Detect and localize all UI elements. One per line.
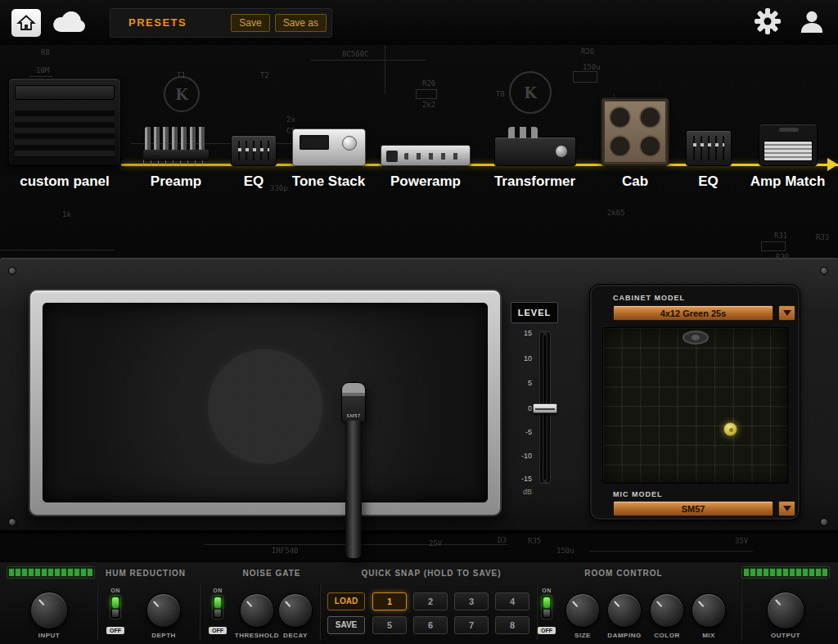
chain-item-custom-panel[interactable]: custom panel <box>3 45 126 258</box>
quick-snap-slot-4[interactable]: 4 <box>495 592 529 610</box>
toggle-led <box>112 597 119 608</box>
toggle-led <box>543 597 550 608</box>
toggle-on-label: ON <box>101 588 129 593</box>
transformer-icon <box>494 137 576 166</box>
hum-reduction-section-label: HUM REDUCTION <box>106 569 186 578</box>
fader-tick-label: -10 <box>507 452 532 460</box>
chain-item-label: Amp Match <box>750 173 826 190</box>
sm57-microphone[interactable]: SM57 <box>339 382 368 561</box>
divider <box>319 584 321 641</box>
output-level-meter <box>741 566 830 579</box>
chain-item-transformer[interactable]: Transformer <box>479 45 592 258</box>
custom-panel-icon <box>8 78 121 166</box>
account-button[interactable] <box>795 7 828 39</box>
fader-tick-label: 5 <box>507 379 532 387</box>
quick-snap-slot-7[interactable]: 7 <box>454 616 489 634</box>
fader-unit-label: dB <box>507 488 532 496</box>
size-knob-label: SIZE <box>574 632 591 639</box>
hum-reduction-toggle[interactable]: ON OFF <box>101 588 129 636</box>
chain-item-amp-match[interactable]: Amp Match <box>741 45 835 258</box>
mic-body <box>345 421 362 558</box>
screw-icon <box>8 267 16 275</box>
mix-knob[interactable] <box>692 593 726 628</box>
threshold-knob[interactable] <box>240 593 274 628</box>
preset-save-as-button[interactable]: Save as <box>275 14 327 32</box>
room-control-section-label: ROOM CONTROL <box>584 569 662 578</box>
toggle-on-label: ON <box>533 588 561 593</box>
screw-icon <box>820 518 828 526</box>
eq-icon <box>686 130 732 166</box>
chain-item-cab[interactable]: Cab <box>594 45 676 258</box>
screw-icon <box>820 267 828 275</box>
toggle-off-label: OFF <box>538 627 556 634</box>
quick-snap-slot-2[interactable]: 2 <box>413 592 448 610</box>
quick-snap-slot-5[interactable]: 5 <box>372 616 407 634</box>
toggle-on-label: ON <box>204 588 232 593</box>
size-knob[interactable] <box>565 593 600 628</box>
cloud-icon <box>51 9 87 37</box>
chain-item-label: EQ <box>244 173 264 190</box>
chain-item-label: EQ <box>698 173 719 190</box>
damping-knob[interactable] <box>607 593 642 628</box>
signal-chain-items: custom panel Preamp EQ Tone Stack Powera… <box>0 45 838 258</box>
toggle-off-label: OFF <box>106 627 124 634</box>
quick-snap-load-button[interactable]: LOAD <box>327 592 365 610</box>
gear-icon <box>754 7 782 38</box>
bottom-control-bar: HUM REDUCTION NOISE GATE QUICK SNAP (HOL… <box>0 561 838 644</box>
cabinet-model-label: CABINET MODEL <box>613 294 685 302</box>
output-knob-label: OUTPUT <box>771 632 800 639</box>
home-button[interactable] <box>10 7 43 39</box>
signal-chain-section: BC560C R8 10M T1 T2 2x C5 R20 2k2 T8 R26… <box>0 45 838 258</box>
preset-save-button[interactable]: Save <box>231 14 269 32</box>
rack-panel: LEVEL 15 10 5 0 -5 -10 -15 dB CABINET MO… <box>0 258 838 534</box>
cabinet-model-dropdown-arrow-icon[interactable] <box>778 305 795 321</box>
presets-panel: PRESETS Save Save as <box>110 8 332 38</box>
chain-item-eq-1[interactable]: EQ <box>226 45 282 258</box>
quick-snap-slot-6[interactable]: 6 <box>413 616 448 634</box>
fader-tick-label: 0 <box>507 404 532 412</box>
preamp-tubes-icon <box>143 127 209 166</box>
cabinet-mic-panel: CABINET MODEL 4x12 Green 25s MIC MODEL S… <box>589 284 800 520</box>
decay-knob[interactable] <box>278 593 313 628</box>
presets-label: PRESETS <box>128 16 231 29</box>
cabinet-model-dropdown[interactable]: 4x12 Green 25s <box>613 305 773 321</box>
color-knob[interactable] <box>650 593 684 628</box>
settings-button[interactable] <box>751 7 784 39</box>
divider <box>741 584 742 641</box>
cloud-button[interactable] <box>52 7 85 39</box>
damping-knob-label: DAMPING <box>607 632 641 639</box>
chain-item-tone-stack[interactable]: Tone Stack <box>285 45 373 258</box>
quick-snap-slot-1[interactable]: 1 <box>372 592 407 610</box>
chain-item-label: Transformer <box>494 173 575 190</box>
schematic-text: 150u <box>556 547 574 555</box>
mic-body-label: SM57 <box>339 413 368 418</box>
mic-model-dropdown[interactable]: SM57 <box>613 501 773 516</box>
quick-snap-slot-8[interactable]: 8 <box>495 616 529 634</box>
mic-top-view-icon <box>683 331 709 345</box>
schematic-text: 35V <box>735 537 748 545</box>
divider <box>199 584 200 641</box>
quick-snap-slot-3[interactable]: 3 <box>454 592 489 610</box>
input-knob[interactable] <box>30 592 68 629</box>
chain-item-preamp[interactable]: Preamp <box>129 45 223 258</box>
schematic-text: 25V <box>429 539 442 547</box>
tone-stack-icon <box>292 128 366 166</box>
chain-item-label: Poweramp <box>390 173 461 190</box>
noise-gate-toggle[interactable]: ON OFF <box>204 588 232 636</box>
chain-item-label: Cab <box>622 173 648 190</box>
speaker-cabinet <box>29 289 502 516</box>
level-fader-handle[interactable] <box>533 403 557 413</box>
mic-position-marker[interactable] <box>723 422 737 436</box>
mic-model-dropdown-arrow-icon[interactable] <box>778 501 795 516</box>
color-knob-label: COLOR <box>654 632 679 639</box>
mic-position-grid[interactable] <box>602 327 788 484</box>
depth-knob[interactable] <box>146 593 181 628</box>
chain-item-eq-2[interactable]: EQ <box>679 45 738 258</box>
output-knob[interactable] <box>767 592 804 629</box>
mic-model-label: MIC MODEL <box>613 490 663 498</box>
quick-snap-save-button[interactable]: SAVE <box>327 616 365 634</box>
fader-tick-label: 10 <box>507 354 532 363</box>
room-control-toggle[interactable]: ON OFF <box>533 588 561 636</box>
chain-item-label: Preamp <box>151 173 201 190</box>
chain-item-poweramp[interactable]: Poweramp <box>376 45 475 258</box>
